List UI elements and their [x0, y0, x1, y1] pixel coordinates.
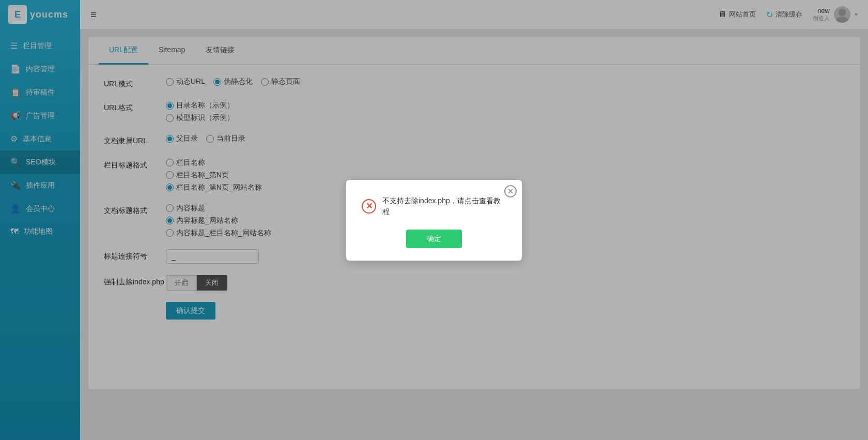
dialog-close-button[interactable]: ✕ — [504, 185, 517, 198]
dialog-body: ✕ 不支持去除index.php，请点击查看教程 — [362, 195, 506, 217]
dialog-message: 不支持去除index.php，请点击查看教程 — [382, 195, 506, 217]
dialog: ✕ ✕ 不支持去除index.php，请点击查看教程 确定 — [346, 180, 522, 261]
dialog-error-icon: ✕ — [362, 199, 376, 214]
dialog-overlay: ✕ ✕ 不支持去除index.php，请点击查看教程 确定 — [0, 0, 868, 440]
dialog-confirm-button[interactable]: 确定 — [406, 230, 462, 248]
